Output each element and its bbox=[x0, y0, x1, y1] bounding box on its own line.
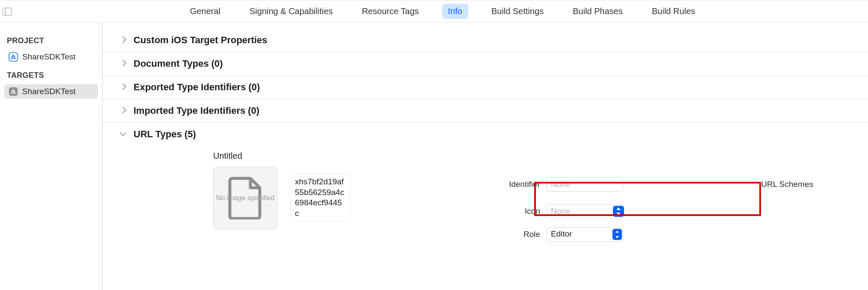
sidebar-project-item[interactable]: ShareSDKTest bbox=[4, 50, 98, 64]
url-type-name: Untitled bbox=[213, 151, 851, 161]
identifier-input[interactable] bbox=[546, 177, 623, 192]
section-exported-type-ids[interactable]: Exported Type Identifiers (0) bbox=[103, 76, 868, 99]
section-imported-type-ids[interactable]: Imported Type Identifiers (0) bbox=[103, 99, 868, 123]
chevron-down-icon bbox=[120, 131, 126, 137]
url-type-image-well[interactable]: No image specified bbox=[213, 167, 277, 229]
project-icon bbox=[9, 52, 18, 62]
chevron-right-icon bbox=[120, 84, 126, 90]
toggle-left-panel-icon[interactable] bbox=[3, 8, 12, 15]
chevron-right-icon bbox=[120, 61, 126, 67]
icon-label: Icon bbox=[356, 207, 540, 216]
section-title: Custom iOS Target Properties bbox=[134, 35, 268, 46]
tab-build-settings[interactable]: Build Settings bbox=[485, 4, 550, 19]
tab-info[interactable]: Info bbox=[442, 4, 468, 19]
url-schemes-label: URL Schemes bbox=[629, 180, 813, 189]
section-title: Document Types (0) bbox=[134, 58, 223, 69]
url-type-fields: Identifier URL Schemes xhs7bf2d19af55b56… bbox=[290, 167, 851, 242]
section-url-types[interactable]: URL Types (5) bbox=[103, 123, 868, 146]
section-title: Imported Type Identifiers (0) bbox=[134, 105, 259, 116]
role-label: Role bbox=[356, 230, 540, 239]
chevron-right-icon bbox=[120, 108, 126, 114]
tab-general[interactable]: General bbox=[184, 4, 226, 19]
tab-build-phases[interactable]: Build Phases bbox=[567, 4, 629, 19]
tab-resource[interactable]: Resource Tags bbox=[356, 4, 425, 19]
info-content: Custom iOS Target Properties Document Ty… bbox=[103, 23, 868, 290]
sidebar-heading-project: PROJECT bbox=[7, 36, 98, 45]
role-select-stepper-icon[interactable] bbox=[612, 229, 622, 240]
sidebar-heading-targets: TARGETS bbox=[7, 71, 98, 80]
editor-tabbar: General Signing & Capabilities Resource … bbox=[0, 0, 868, 23]
sidebar-target-label: ShareSDKTest bbox=[22, 87, 76, 96]
icon-input[interactable] bbox=[546, 204, 623, 219]
tab-signing[interactable]: Signing & Capabilities bbox=[244, 4, 339, 19]
role-select[interactable]: Editor bbox=[546, 227, 623, 242]
document-placeholder-icon bbox=[227, 177, 263, 219]
section-custom-ios-props[interactable]: Custom iOS Target Properties bbox=[103, 29, 868, 52]
section-title: URL Types (5) bbox=[134, 129, 196, 140]
section-title: Exported Type Identifiers (0) bbox=[134, 82, 260, 93]
url-types-body: Untitled No image specified Identifier bbox=[103, 146, 868, 242]
identifier-label: Identifier bbox=[356, 180, 540, 189]
icon-combobox-button[interactable] bbox=[613, 206, 624, 217]
sidebar-project-label: ShareSDKTest bbox=[22, 52, 76, 62]
section-document-types[interactable]: Document Types (0) bbox=[103, 52, 868, 76]
chevron-right-icon bbox=[120, 37, 126, 43]
project-navigator-sidebar: PROJECT ShareSDKTest TARGETS bbox=[0, 23, 103, 290]
url-schemes-input[interactable]: xhs7bf2d19af55b56259a4c6984ecf9445c bbox=[290, 174, 350, 222]
tabs: General Signing & Capabilities Resource … bbox=[17, 4, 868, 19]
sidebar-target-item[interactable]: ShareSDKTest bbox=[4, 84, 98, 99]
target-icon bbox=[9, 87, 18, 96]
tab-build-rules[interactable]: Build Rules bbox=[646, 4, 701, 19]
